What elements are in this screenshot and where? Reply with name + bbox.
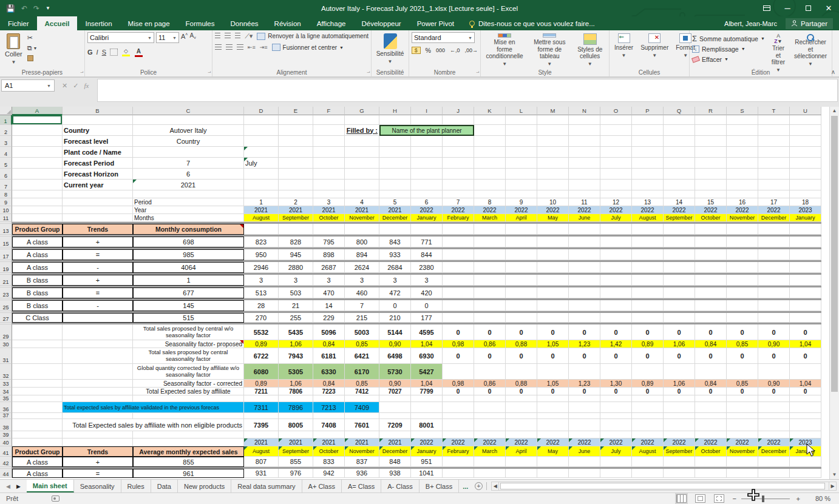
cell-b29[interactable] bbox=[63, 324, 133, 340]
cell-n15[interactable] bbox=[569, 237, 600, 247]
cell-o4[interactable] bbox=[600, 147, 632, 158]
row-header[interactable]: 30 bbox=[0, 340, 12, 348]
cell-l2[interactable] bbox=[506, 125, 537, 136]
column-header-c[interactable]: C bbox=[133, 107, 244, 115]
tab-overflow[interactable]: ... bbox=[459, 480, 472, 492]
cell-c33[interactable]: Seasonality factor - corrected bbox=[133, 380, 244, 388]
cell-p17[interactable] bbox=[632, 249, 664, 260]
cell-o6[interactable] bbox=[600, 169, 632, 180]
cell-u30[interactable]: 1,04 bbox=[790, 340, 821, 348]
cell-i35[interactable] bbox=[411, 395, 443, 402]
cell-q30[interactable]: 1,06 bbox=[664, 340, 695, 348]
cell-o40[interactable]: 2022 bbox=[600, 438, 632, 446]
cell-p40[interactable]: 2022 bbox=[632, 438, 664, 446]
cell-g30[interactable]: 0,85 bbox=[345, 340, 379, 348]
column-header-b[interactable]: B bbox=[63, 107, 133, 115]
cell-f17[interactable]: 898 bbox=[313, 249, 345, 260]
cell-u4[interactable] bbox=[790, 147, 821, 158]
cell-d27[interactable]: 270 bbox=[244, 313, 279, 323]
cell-q11[interactable]: September bbox=[664, 214, 695, 222]
cell-b6[interactable]: Forecast Horizon bbox=[63, 169, 133, 180]
cell-n8[interactable] bbox=[569, 190, 600, 198]
cell-d29[interactable]: 5532 bbox=[244, 324, 279, 340]
cell-j31[interactable]: 0 bbox=[443, 348, 474, 364]
confirm-entry-icon[interactable]: ✓ bbox=[73, 82, 78, 90]
cell-p21[interactable] bbox=[632, 275, 664, 286]
cell-i6[interactable] bbox=[411, 169, 443, 180]
cell-f21[interactable]: 3 bbox=[313, 275, 345, 286]
row-header[interactable]: 40 bbox=[0, 438, 12, 446]
sheet-tab-a-class[interactable]: A- Class bbox=[381, 480, 419, 492]
cell-u29[interactable]: 0 bbox=[790, 324, 821, 340]
cell-t38[interactable] bbox=[758, 419, 790, 431]
cell-h13[interactable] bbox=[379, 224, 411, 235]
cell-q41[interactable]: September bbox=[664, 446, 695, 457]
cell-u25[interactable] bbox=[790, 300, 821, 311]
cell-i23[interactable]: 420 bbox=[411, 287, 443, 298]
cell-n30[interactable]: 1,23 bbox=[569, 340, 600, 348]
cell-q35[interactable] bbox=[664, 395, 695, 402]
cell-t27[interactable] bbox=[758, 313, 790, 323]
cell-d32[interactable]: 6080 bbox=[244, 364, 279, 380]
row-header[interactable]: 6 bbox=[0, 169, 12, 180]
cell-e13[interactable] bbox=[279, 224, 313, 235]
cell-u3[interactable] bbox=[790, 136, 821, 147]
sheet-tab-rules[interactable]: Rules bbox=[121, 480, 151, 492]
cell-c29[interactable]: Total sales proposed by central w/o seas… bbox=[133, 324, 244, 340]
menu-tab-mise-en-page[interactable]: Mise en page bbox=[120, 16, 178, 30]
cell-b41[interactable]: Trends bbox=[63, 446, 133, 457]
cell-e19[interactable]: 2880 bbox=[279, 262, 313, 273]
cell-u6[interactable] bbox=[790, 169, 821, 180]
cell-o39[interactable] bbox=[600, 431, 632, 438]
cell-l29[interactable]: 0 bbox=[506, 324, 537, 340]
cell-a36[interactable] bbox=[12, 402, 63, 413]
cell-p31[interactable]: 0 bbox=[632, 348, 664, 364]
cell-e40[interactable]: 2021 bbox=[279, 438, 313, 446]
undo-icon[interactable]: ↶ bbox=[21, 4, 27, 13]
cell-c35[interactable] bbox=[133, 395, 244, 402]
cell-u37[interactable] bbox=[790, 413, 821, 419]
cell-o35[interactable] bbox=[600, 395, 632, 402]
cell-u27[interactable] bbox=[790, 313, 821, 323]
cell-m40[interactable]: 2022 bbox=[537, 438, 569, 446]
column-header-e[interactable]: E bbox=[279, 107, 313, 115]
cell-q29[interactable]: 0 bbox=[664, 324, 695, 340]
cell-d4[interactable] bbox=[244, 147, 279, 158]
cell-q38[interactable] bbox=[664, 419, 695, 431]
cell-r21[interactable] bbox=[695, 275, 727, 286]
cell-u41[interactable]: January bbox=[790, 446, 821, 457]
column-header-u[interactable]: U bbox=[790, 107, 821, 115]
cell-f39[interactable] bbox=[313, 431, 345, 438]
cell-f7[interactable] bbox=[313, 180, 345, 190]
row-header[interactable]: 41 bbox=[0, 446, 12, 457]
cell-t17[interactable] bbox=[758, 249, 790, 260]
cell-i17[interactable]: 844 bbox=[411, 249, 443, 260]
cell-s36[interactable] bbox=[727, 402, 758, 413]
cell-u34[interactable]: 0 bbox=[790, 388, 821, 395]
cell-l19[interactable] bbox=[506, 262, 537, 273]
cell-h40[interactable]: 2021 bbox=[379, 438, 411, 446]
cell-c21[interactable]: 1 bbox=[133, 275, 244, 286]
cell-e3[interactable] bbox=[279, 136, 313, 147]
cell-o34[interactable]: 0 bbox=[600, 388, 632, 395]
menu-tab-formules[interactable]: Formules bbox=[178, 16, 223, 30]
column-header-r[interactable]: R bbox=[695, 107, 727, 115]
cell-n6[interactable] bbox=[569, 169, 600, 180]
cell-l31[interactable]: 0 bbox=[506, 348, 537, 364]
cell-g44[interactable]: 936 bbox=[345, 469, 379, 478]
cell-t35[interactable] bbox=[758, 395, 790, 402]
sort-filter-button[interactable]: AZ▼ Trier et filtrer▼ bbox=[767, 32, 789, 68]
cell-n3[interactable] bbox=[569, 136, 600, 147]
cell-p39[interactable] bbox=[632, 431, 664, 438]
cell-i15[interactable]: 771 bbox=[411, 237, 443, 247]
cell-o32[interactable] bbox=[600, 364, 632, 380]
cell-g42[interactable]: 837 bbox=[345, 457, 379, 467]
cell-n32[interactable] bbox=[569, 364, 600, 380]
cell-s42[interactable] bbox=[727, 457, 758, 467]
cell-b32[interactable] bbox=[63, 364, 133, 380]
cell-o31[interactable]: 0 bbox=[600, 348, 632, 364]
row-header[interactable]: 44 bbox=[0, 469, 12, 478]
cell-e31[interactable]: 7943 bbox=[279, 348, 313, 364]
restore-button[interactable] bbox=[798, 0, 818, 16]
cell-j3[interactable] bbox=[443, 136, 474, 147]
